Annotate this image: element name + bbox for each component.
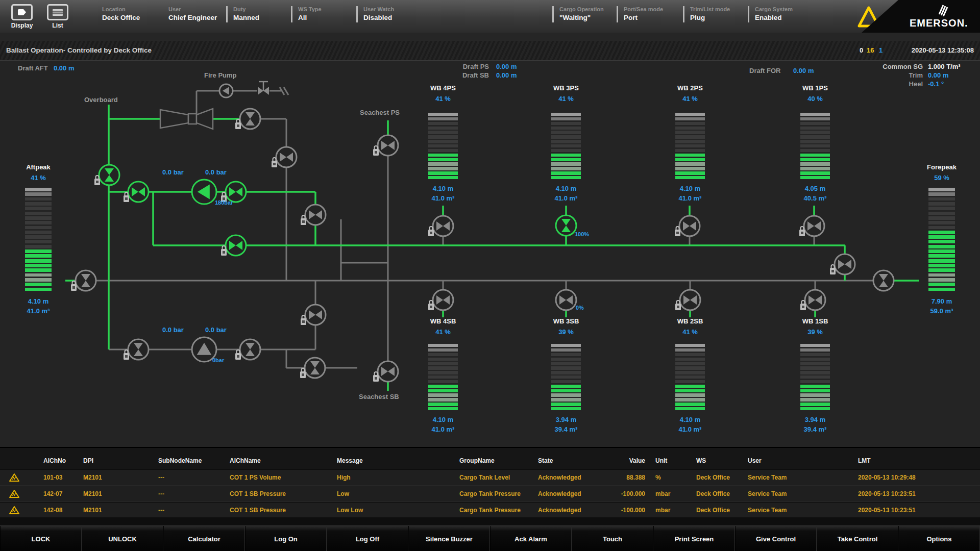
tank-wb1sb[interactable]: WB 1SB39 %3.94 m39.4 m³ [791, 317, 840, 433]
field-label: User Watch [363, 6, 394, 12]
eductor-throat [188, 114, 197, 124]
alarm-column-lmt: LMT [858, 457, 871, 464]
tank-forepeak[interactable]: Forepeak59 %7.90 m59.0 m³ [917, 163, 966, 315]
alarm-list: AlChNoDPISubNodeNameAlChNameMessageGroup… [0, 447, 980, 518]
ps-main-valve[interactable] [226, 235, 246, 256]
forepeak-valve[interactable] [873, 270, 894, 291]
fire-pump[interactable] [219, 84, 233, 97]
toolbar-button-options[interactable]: Options [898, 526, 980, 551]
seachest-ps-valve[interactable] [378, 135, 398, 156]
tank-percent: 40 % [791, 95, 840, 103]
tank-name: WB 1SB [791, 317, 840, 325]
tank-level-gauge [928, 188, 955, 292]
interlock-padlock-icon [799, 227, 805, 236]
toolbar-button-unlock[interactable]: UNLOCK [82, 526, 163, 551]
field-value: Plug [690, 14, 730, 21]
tank-volume: 41.0 m³ [14, 307, 63, 315]
alarm-row[interactable]: 101-03M2101---COT 1 PS VolumeHighCargo T… [0, 469, 980, 486]
alarm-cell: Acknowledged [538, 507, 581, 514]
alarm-row[interactable]: 142-07M2101---COT 1 SB PressureLowCargo … [0, 486, 980, 502]
tank-volume: 41.0 m³ [419, 194, 468, 202]
alarm-column-subnodename: SubNodeName [158, 457, 202, 464]
toolbar-button-touch[interactable]: Touch [572, 526, 653, 551]
header-separator [683, 6, 684, 22]
tank-name: WB 4SB [419, 317, 468, 325]
interlock-padlock-icon [221, 246, 227, 256]
tank-level: 7.90 m [917, 297, 966, 305]
wb2ps-valve[interactable] [679, 216, 700, 236]
wb4sb-valve[interactable] [433, 290, 453, 310]
pump-sb-suction-valve[interactable] [128, 339, 149, 360]
tank-percent: 41 % [542, 95, 591, 103]
list-icon [47, 4, 68, 20]
aftpeak-valve[interactable] [76, 270, 96, 291]
tank-level-gauge [428, 113, 458, 181]
tank-wb1ps[interactable]: WB 1PS40 %4.05 m40.5 m³ [791, 84, 840, 202]
wb3sb-valve[interactable] [556, 290, 576, 310]
alarm-cell: 2020-05-13 10:23:51 [858, 490, 916, 497]
pump-ps-suction-valve[interactable] [128, 182, 149, 202]
toolbar-gap [0, 517, 980, 525]
tank-wb2sb[interactable]: WB 2SB41 %4.10 m41.0 m³ [666, 317, 715, 433]
alarm-cell: Deck Office [696, 507, 730, 514]
toolbar-button-ack-alarm[interactable]: Ack Alarm [490, 526, 572, 551]
sb-bypass-valve[interactable] [305, 358, 325, 378]
wb3ps-valve[interactable] [556, 215, 576, 236]
toolbar-button-calculator[interactable]: Calculator [163, 526, 245, 551]
header-separator [291, 6, 292, 22]
alarm-cell: 101-03 [43, 474, 62, 481]
wb4ps-valve[interactable] [433, 216, 453, 236]
alarm-cell: --- [158, 490, 164, 497]
tank-wb4ps[interactable]: WB 4PS41 %4.10 m41.0 m³ [419, 84, 468, 202]
interlock-padlock-icon [830, 265, 836, 274]
tank-level-gauge [428, 344, 458, 412]
wb1ps-valve[interactable] [804, 216, 824, 236]
pump-ps-discharge-valve[interactable] [226, 182, 246, 202]
tank-wb3ps[interactable]: WB 3PS41 %4.10 m41.0 m³ [542, 84, 591, 202]
wb1sb-valve[interactable] [805, 290, 825, 310]
toolbar-button-take-control[interactable]: Take Control [817, 526, 898, 551]
alarm-row[interactable]: 142-08M2101---COT 1 SB PressureLow LowCa… [0, 502, 980, 518]
toolbar-button-print-screen[interactable]: Print Screen [653, 526, 735, 551]
tank-wb3sb[interactable]: WB 3SB39 %3.94 m39.4 m³ [542, 317, 591, 433]
eductor-outlet-valve[interactable] [240, 109, 260, 129]
alarm-cell: Cargo Tank Pressure [459, 490, 521, 497]
tank-wb2ps[interactable]: WB 2PS41 %4.10 m41.0 m³ [666, 84, 715, 202]
list-button[interactable]: List [43, 4, 72, 29]
alarm-cell: Cargo Tank Level [459, 474, 510, 481]
toolbar-button-log-off[interactable]: Log Off [327, 526, 408, 551]
seachest-sb-valve[interactable] [378, 361, 398, 382]
alarm-cell: COT 1 SB Pressure [230, 490, 286, 497]
discharge-crossover-valve[interactable] [305, 205, 326, 225]
alarm-cell: Deck Office [696, 474, 730, 481]
alarm-cell: --- [158, 474, 164, 481]
toolbar-button-silence-buzzer[interactable]: Silence Buzzer [408, 526, 490, 551]
bottom-toolbar: LOCKUNLOCKCalculatorLog OnLog OffSilence… [0, 525, 980, 551]
toolbar-button-log-on[interactable]: Log On [245, 526, 327, 551]
tank-level: 4.05 m [791, 185, 840, 192]
forepeak-branch-valve[interactable] [835, 254, 855, 274]
sb-pressure-1: 0.0 bar [162, 326, 184, 334]
alarm-count-normal: 0 [860, 46, 863, 54]
fire-pump-isolation-valve[interactable] [258, 82, 269, 95]
tank-wb4sb[interactable]: WB 4SB41 %4.10 m41.0 m³ [419, 317, 468, 433]
field-value: Disabled [363, 14, 394, 21]
ballast-pump-ps-pressure: 180bar [215, 199, 233, 206]
toolbar-button-lock[interactable]: LOCK [0, 526, 82, 551]
eductor-branch-valve[interactable] [276, 147, 297, 167]
toolbar-button-give-control[interactable]: Give Control [735, 526, 817, 551]
header-field-cargo-system: Cargo SystemEnabled [755, 6, 793, 21]
overboard-valve[interactable] [99, 165, 119, 185]
display-icon [11, 4, 33, 20]
ballast-pump-ps[interactable] [192, 180, 216, 204]
pump-sb-discharge-valve[interactable] [240, 339, 260, 360]
draft-ps-value: 0.00 m [496, 63, 517, 70]
sb-crossover-valve[interactable] [305, 305, 326, 325]
alarm-cell: 88.388 [608, 474, 645, 481]
draft-ps-label: Draft PS [449, 63, 489, 70]
tank-percent: 41 % [666, 95, 715, 103]
display-button[interactable]: Display [7, 4, 37, 29]
tank-aftpeak[interactable]: Aftpeak41 %4.10 m41.0 m³ [14, 163, 63, 315]
wb2sb-valve[interactable] [680, 290, 700, 310]
interlock-padlock-icon [800, 300, 806, 310]
